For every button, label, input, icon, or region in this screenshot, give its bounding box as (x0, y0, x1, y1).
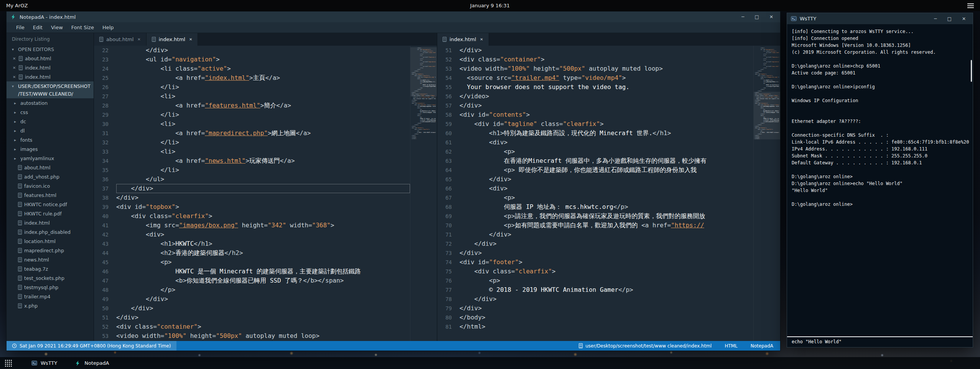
code-line: 74<div id="footer"> (437, 258, 753, 267)
terminal-output[interactable]: [info] Conencting to arozos WsTTY servic… (787, 24, 973, 336)
menu-item-help[interactable]: Help (98, 25, 118, 30)
minimize-button[interactable]: ─ (934, 17, 937, 21)
terminal-line: D:\golang\aroz online> (792, 201, 968, 208)
hamburger-menu-icon[interactable] (967, 3, 974, 8)
close-button[interactable]: ✕ (769, 15, 773, 19)
sidebar-file-index.php-disabled[interactable]: index.php_disabled (7, 227, 94, 237)
line-number: 77 (437, 285, 460, 295)
sidebar-file-teabag.7z[interactable]: teabag.7z (7, 264, 94, 273)
status-language-mode[interactable]: HTML (725, 343, 737, 349)
sidebar-file-x.php[interactable]: x.php (7, 301, 94, 310)
line-number: 60 (437, 129, 460, 138)
sidebar-file-index.html[interactable]: index.html (7, 218, 94, 227)
close-icon[interactable]: ✕ (13, 75, 16, 79)
code-line: 55 Your browser does not support the vid… (437, 83, 753, 92)
open-editor-index.html[interactable]: ✕index.html (7, 72, 94, 81)
code-line: 40 <div class="clearfix"> (94, 212, 410, 221)
open-editors-header[interactable]: ▾ OPEN EDITORS (7, 45, 94, 54)
terminal-line: D:\golang\aroz online>ipconfig (792, 83, 968, 90)
line-number: 29 (94, 110, 116, 119)
terminal-line (792, 166, 968, 173)
status-time-label: Sat Jan 09 2021 16:29:49 GMT+0800 (Hong … (20, 343, 171, 349)
minimap-viewport[interactable] (410, 47, 437, 96)
terminal-input[interactable]: echo "Hello World" (787, 336, 973, 347)
open-editor-index.html[interactable]: ✕index.html (7, 63, 94, 72)
tab-index.html[interactable]: index.html✕ (147, 33, 198, 46)
wstty-titlebar[interactable]: WsTTY ─ □ ✕ (787, 13, 973, 24)
terminal-line: D:\golang\aroz online> (792, 173, 968, 180)
system-topbar: My ArOZ January 9 16:31 (0, 0, 980, 11)
sidebar-file-hkwtc-rule.pdf[interactable]: HKWTC rule.pdf (7, 209, 94, 218)
sidebar-file-about.html[interactable]: about.html (7, 163, 94, 172)
sidebar-file-favicon.ico[interactable]: favicon.ico (7, 181, 94, 190)
sidebar-folder-dl[interactable]: ▸dl (7, 126, 94, 135)
open-editors-list: ✕about.html✕index.html✕index.html (7, 54, 94, 81)
tab-index.html[interactable]: index.html✕ (437, 33, 489, 46)
code-line: 68 伺服器 IP 地址為： mcs.hkwtc.org</p> (437, 202, 753, 212)
menu-item-edit[interactable]: Edit (29, 25, 47, 30)
sidebar-folder-css[interactable]: ▸css (7, 108, 94, 117)
tab-about.html[interactable]: about.html✕ (94, 33, 147, 46)
notepada-titlebar[interactable]: NotepadA - index.html ─ □ ✕ (7, 12, 780, 22)
maximize-button[interactable]: □ (755, 15, 759, 19)
minimap[interactable]: </div> <ul id="navigation"> <li class="a… (753, 46, 780, 341)
close-icon[interactable]: ✕ (189, 37, 192, 41)
taskbar-item-wstty[interactable]: WsTTY (31, 357, 57, 369)
root-folder-item[interactable]: ▾ USER:/DESKTOP/SCREENSHOT /TEST/WWW CLE… (7, 81, 94, 98)
line-number: 79 (437, 304, 460, 313)
terminal-line: D:\golang\aroz online>echo "Hello World" (792, 180, 968, 187)
minimize-button[interactable]: ─ (741, 15, 744, 19)
scrollbar-thumb[interactable] (971, 60, 972, 82)
code-line: 38</div> (94, 193, 410, 202)
sidebar-file-trailer.mp4[interactable]: trailer.mp4 (7, 292, 94, 301)
sidebar-file-features.html[interactable]: features.html (7, 190, 94, 200)
line-number: 63 (437, 156, 460, 165)
sidebar-file-add-vhost.php[interactable]: add_vhost.php (7, 172, 94, 181)
editor-pane-1: about.html✕index.html✕22 </div>23 <ul id… (94, 33, 437, 341)
minimap[interactable]: </div> <ul id="navigation"> <li class="a… (410, 46, 437, 341)
maximize-button[interactable]: □ (947, 17, 952, 21)
sidebar-file-location.html[interactable]: location.html (7, 237, 94, 246)
sidebar-file-hkwtc-notice.pdf[interactable]: HKWTC notice.pdf (7, 200, 94, 209)
sidebar-folder-fonts[interactable]: ▸fonts (7, 135, 94, 144)
sidebar-file-mapredirect.php[interactable]: mapredirect.php (7, 246, 94, 255)
file-list: about.htmladd_vhost.phpfavicon.icofeatur… (7, 163, 94, 310)
code-line: 62 <p> (437, 147, 753, 156)
line-number: 49 (94, 295, 116, 304)
open-editor-about.html[interactable]: ✕about.html (7, 54, 94, 63)
menu-item-font-size[interactable]: Font Size (67, 25, 98, 30)
sidebar-folder-autostation[interactable]: ▸autostation (7, 98, 94, 108)
close-icon[interactable]: ✕ (13, 56, 16, 61)
close-icon[interactable]: ✕ (137, 37, 140, 41)
file-icon (443, 37, 446, 42)
line-number: 41 (94, 221, 116, 230)
minimap-viewport[interactable] (754, 92, 780, 139)
code-editor[interactable]: 51</div>52<div class="container">53<vide… (437, 46, 780, 341)
root-path-line1: USER:/DESKTOP/SCREENSHOT (18, 83, 91, 89)
sidebar-folder-dc[interactable]: ▸dc (7, 117, 94, 126)
code-editor[interactable]: 22 </div>23 <ul id="navigation">24 <li c… (94, 46, 437, 341)
taskbar-item-notepada[interactable]: NotepadA (75, 357, 109, 369)
line-number: 52 (437, 55, 460, 64)
app-launcher-icon[interactable] (3, 359, 14, 367)
line-number: 36 (94, 175, 116, 184)
line-number: 50 (94, 304, 116, 313)
menu-item-file[interactable]: File (12, 25, 29, 30)
chevron-right-icon: ▸ (14, 119, 18, 124)
line-number: 65 (437, 175, 460, 184)
file-icon (18, 303, 22, 308)
close-icon[interactable]: ✕ (480, 37, 483, 41)
menu-item-view[interactable]: View (47, 25, 67, 30)
sidebar-file-test-sockets.php[interactable]: test_sockets.php (7, 273, 94, 283)
sidebar-folder-yamlyamlinux[interactable]: ▸yamlyamlinux (7, 154, 94, 163)
close-icon[interactable]: ✕ (13, 66, 16, 70)
close-button[interactable]: ✕ (962, 17, 966, 21)
file-icon (99, 37, 103, 42)
status-time: Sat Jan 09 2021 16:29:49 GMT+0800 (Hong … (7, 341, 176, 351)
line-number: 54 (437, 73, 460, 83)
sidebar-file-testmysql.php[interactable]: testmysql.php (7, 283, 94, 292)
terminal-line (792, 194, 968, 201)
sidebar-folder-images[interactable]: ▸images (7, 144, 94, 154)
host-menu[interactable]: My ArOZ (6, 3, 28, 8)
sidebar-file-news.html[interactable]: news.html (7, 255, 94, 264)
